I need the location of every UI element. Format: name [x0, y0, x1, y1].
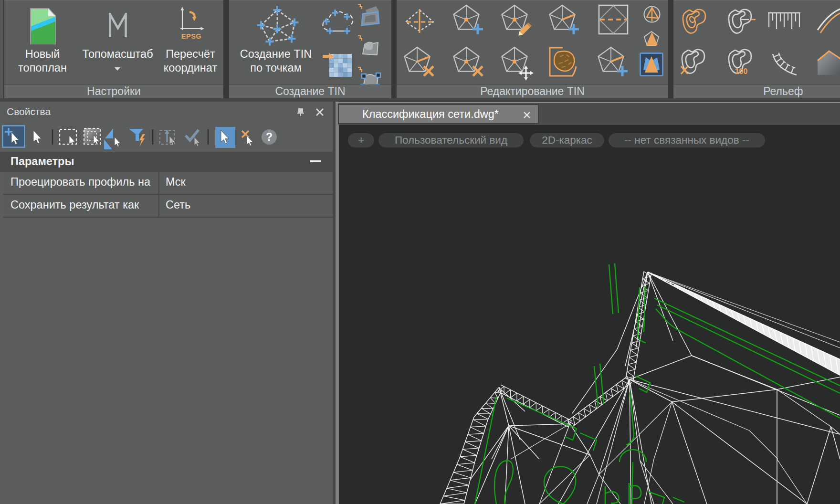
svg-text:100: 100: [735, 67, 748, 75]
svg-text:?: ?: [266, 131, 273, 143]
svg-text:EPSG: EPSG: [181, 32, 201, 40]
